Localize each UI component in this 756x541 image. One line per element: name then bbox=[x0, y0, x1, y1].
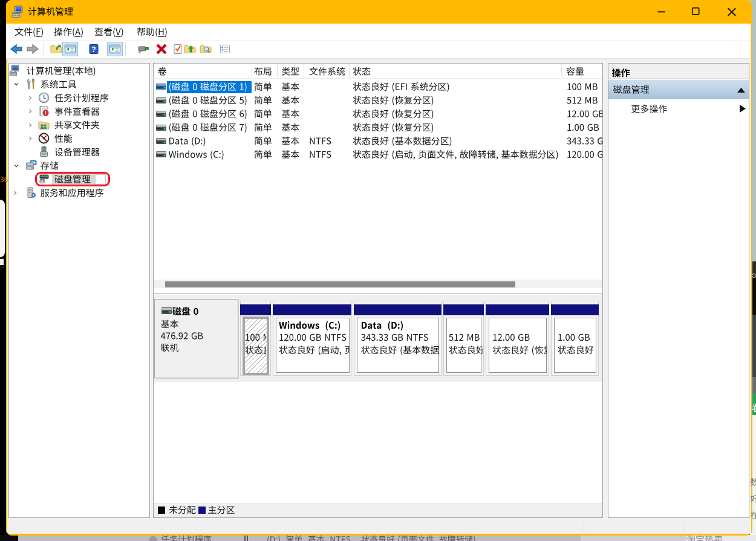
svg-text:?: ? bbox=[91, 45, 96, 54]
